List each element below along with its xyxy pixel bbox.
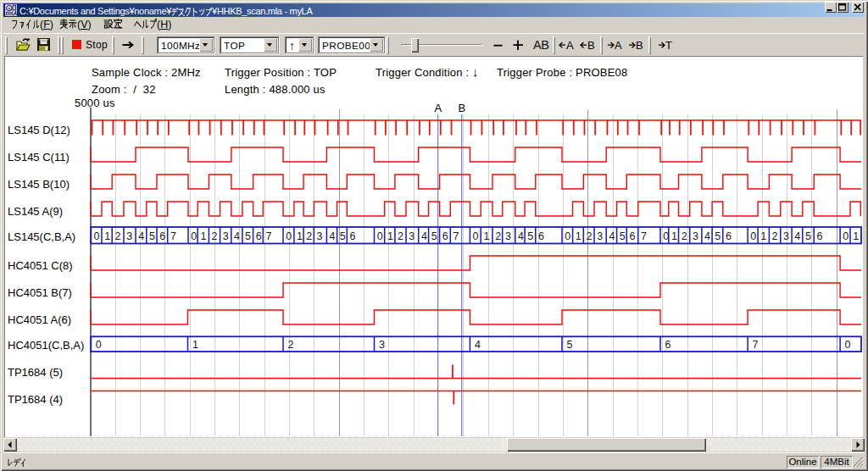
svg-text:4: 4	[234, 230, 240, 242]
svg-text:0: 0	[843, 230, 849, 242]
svg-text:2: 2	[114, 230, 120, 242]
svg-text:1: 1	[200, 230, 206, 242]
svg-text:2: 2	[288, 339, 294, 351]
svg-text:1: 1	[483, 230, 489, 242]
svg-text:0: 0	[377, 230, 383, 242]
svg-text:5: 5	[805, 230, 811, 242]
svg-text:6: 6	[538, 230, 544, 242]
svg-text:7: 7	[641, 230, 647, 242]
svg-text:6: 6	[726, 230, 732, 242]
svg-text:0: 0	[473, 230, 479, 242]
svg-text:5: 5	[527, 230, 533, 242]
svg-text:5: 5	[431, 230, 437, 242]
svg-text:7: 7	[266, 230, 272, 242]
svg-text:6: 6	[442, 230, 448, 242]
svg-text:0: 0	[94, 230, 100, 242]
svg-text:2: 2	[306, 230, 312, 242]
svg-text:2: 2	[772, 230, 778, 242]
svg-text:5: 5	[340, 230, 346, 242]
svg-text:4: 4	[421, 230, 427, 242]
svg-text:4: 4	[330, 230, 336, 242]
svg-text:1: 1	[853, 230, 859, 242]
svg-text:5: 5	[149, 230, 155, 242]
svg-text:5: 5	[620, 230, 626, 242]
svg-text:3: 3	[783, 230, 789, 242]
svg-text:3: 3	[409, 230, 415, 242]
svg-text:1: 1	[671, 230, 677, 242]
svg-text:7: 7	[453, 230, 459, 242]
svg-text:3: 3	[379, 339, 385, 351]
svg-text:0: 0	[565, 230, 570, 242]
svg-text:2: 2	[398, 230, 403, 242]
svg-text:3: 3	[317, 230, 323, 242]
svg-text:3: 3	[597, 230, 603, 242]
svg-text:6: 6	[816, 230, 822, 242]
svg-text:6: 6	[350, 230, 356, 242]
svg-text:6: 6	[665, 339, 671, 351]
svg-text:0: 0	[286, 230, 292, 242]
svg-text:5: 5	[245, 230, 251, 242]
svg-text:2: 2	[682, 230, 687, 242]
svg-text:6: 6	[159, 230, 165, 242]
svg-text:4: 4	[704, 230, 710, 242]
svg-text:0: 0	[845, 339, 851, 351]
svg-text:4: 4	[518, 230, 524, 242]
svg-text:3: 3	[126, 230, 132, 242]
svg-text:0: 0	[663, 230, 669, 242]
svg-text:4: 4	[794, 230, 800, 242]
svg-text:4: 4	[138, 230, 144, 242]
svg-text:7: 7	[170, 230, 176, 242]
svg-text:1: 1	[192, 339, 198, 351]
svg-text:6: 6	[630, 230, 636, 242]
svg-text:0: 0	[191, 230, 197, 242]
svg-text:1: 1	[387, 230, 393, 242]
svg-text:3: 3	[693, 230, 698, 242]
svg-text:0: 0	[96, 339, 102, 351]
svg-text:1: 1	[104, 230, 110, 242]
svg-text:2: 2	[212, 230, 218, 242]
svg-text:2: 2	[587, 230, 593, 242]
svg-text:7: 7	[753, 339, 759, 351]
svg-text:1: 1	[760, 230, 766, 242]
svg-text:1: 1	[297, 230, 303, 242]
svg-text:4: 4	[475, 339, 481, 351]
svg-text:2: 2	[495, 230, 501, 242]
svg-text:3: 3	[505, 230, 511, 242]
svg-text:1: 1	[576, 230, 581, 242]
svg-text:0: 0	[750, 230, 756, 242]
svg-text:3: 3	[223, 230, 229, 242]
svg-text:5: 5	[567, 339, 573, 351]
svg-text:5: 5	[715, 230, 721, 242]
svg-text:6: 6	[256, 230, 262, 242]
svg-text:4: 4	[609, 230, 615, 242]
